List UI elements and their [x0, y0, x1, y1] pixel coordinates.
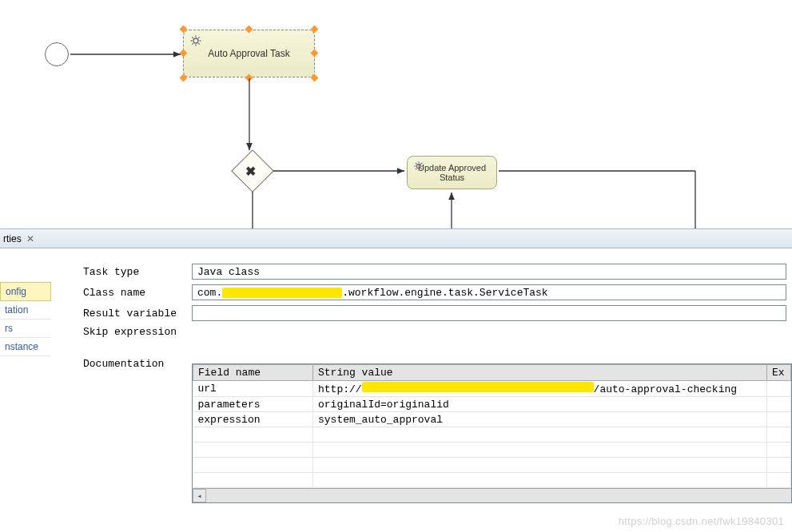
th-string-value[interactable]: String value	[313, 365, 767, 381]
svg-line-17	[421, 163, 422, 164]
properties-tabbar: rties✕	[0, 228, 792, 248]
side-tab-tation[interactable]: tation	[0, 301, 51, 320]
start-event[interactable]	[45, 42, 69, 66]
gear-icon	[189, 34, 202, 50]
label-task-type: Task type	[83, 266, 192, 278]
side-tab-rs[interactable]: rs	[0, 320, 51, 338]
watermark: https://blog.csdn.net/fwk19840301	[619, 515, 784, 527]
svg-line-15	[421, 169, 422, 169]
svg-line-5	[192, 37, 193, 38]
table-scrollbar[interactable]: ◂	[193, 488, 791, 502]
table-row[interactable]: expressionsystem_auto_approval	[193, 412, 791, 427]
selection-handle[interactable]	[311, 74, 319, 82]
properties-form: Task type Java class Class name com..wor…	[83, 264, 786, 343]
bpmn-canvas[interactable]: Auto Approval Task Update Approved Statu…	[0, 0, 792, 228]
label-result-variable: Result variable	[83, 308, 192, 320]
properties-side-tabs: onfig tation rs nstance	[0, 263, 51, 356]
table-row[interactable]	[193, 427, 791, 443]
table-row[interactable]: parametersoriginalId=originalid	[193, 397, 791, 412]
gear-icon	[413, 161, 424, 174]
svg-line-7	[192, 43, 193, 44]
svg-line-14	[416, 163, 416, 164]
svg-point-0	[193, 38, 198, 43]
svg-line-16	[416, 169, 416, 169]
table-row[interactable]: urlhttp:///auto-approval-checking	[193, 381, 791, 397]
properties-tab[interactable]: rties✕	[3, 233, 34, 244]
table-row[interactable]	[193, 443, 791, 458]
svg-line-6	[198, 43, 199, 44]
task-label: Auto Approval Task	[208, 48, 290, 59]
side-tab-nstance[interactable]: nstance	[0, 338, 51, 356]
task-auto-approval[interactable]: Auto Approval Task	[183, 30, 315, 77]
table-header-row: Field name String value Ex	[193, 365, 791, 381]
label-skip-expression: Skip expression	[83, 326, 192, 338]
label-documentation: Documentation	[83, 358, 164, 370]
task-update-approved[interactable]: Update Approved Status	[407, 156, 497, 189]
exclusive-gateway[interactable]	[231, 149, 274, 193]
table-row[interactable]	[193, 458, 791, 473]
side-tab-config[interactable]: onfig	[0, 282, 51, 301]
svg-line-8	[198, 37, 199, 38]
fields-table[interactable]: Field name String value Ex urlhttp:///au…	[192, 363, 792, 503]
th-ex[interactable]: Ex	[767, 365, 791, 381]
th-field-name[interactable]: Field name	[193, 365, 313, 381]
class-name-input[interactable]: com..workflow.engine.task.ServiceTask	[192, 284, 786, 300]
close-icon[interactable]: ✕	[26, 233, 34, 244]
svg-point-9	[416, 164, 420, 168]
label-class-name: Class name	[83, 287, 192, 299]
scroll-left-icon[interactable]: ◂	[193, 489, 206, 502]
table-row[interactable]	[193, 473, 791, 488]
task-type-value[interactable]: Java class	[192, 264, 786, 280]
result-variable-input[interactable]	[192, 305, 786, 321]
